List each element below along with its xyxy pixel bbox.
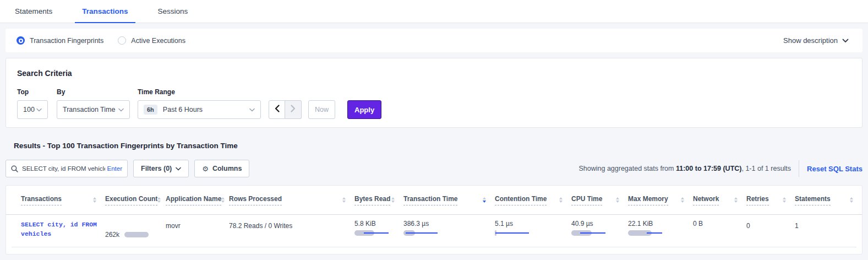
top-select[interactable]: 100 bbox=[17, 100, 48, 119]
radio-label: Transaction Fingerprints bbox=[30, 37, 103, 45]
column-header-retries[interactable]: Retries bbox=[746, 195, 795, 205]
results-search-box: Enter bbox=[6, 160, 128, 177]
sort-icon[interactable] bbox=[850, 197, 853, 203]
by-label: By bbox=[57, 88, 138, 96]
enter-hint: Enter bbox=[107, 165, 123, 172]
time-range-badge: 6h bbox=[144, 105, 157, 115]
column-header-max-memory[interactable]: Max Memory bbox=[628, 195, 693, 205]
radio-active-executions[interactable]: Active Executions bbox=[118, 36, 185, 45]
stats-summary-range: 11:00 to 17:59 (UTC) bbox=[676, 165, 741, 172]
max-memory-bar bbox=[628, 230, 662, 236]
sort-icon[interactable] bbox=[93, 197, 96, 203]
contention-time-value: 5.1 µs bbox=[495, 220, 571, 228]
sort-icon[interactable] bbox=[734, 197, 738, 203]
time-range-value: Past 6 Hours bbox=[163, 106, 203, 113]
execution-count-bar bbox=[124, 232, 149, 237]
column-header-statements[interactable]: Statements bbox=[795, 195, 862, 205]
sort-icon[interactable] bbox=[391, 197, 395, 203]
results-toolbar: Enter Filters (0) ⚙ Columns Showing aggr… bbox=[6, 160, 862, 177]
top-select-value: 100 bbox=[23, 106, 35, 113]
column-header-execution-count[interactable]: Execution Count bbox=[105, 195, 166, 205]
retries-cell: 0 bbox=[746, 220, 795, 247]
network-cell: 0 B bbox=[693, 220, 746, 247]
bytes-read-cell: 5.8 KiB bbox=[354, 220, 403, 247]
sort-icon[interactable] bbox=[221, 197, 225, 203]
column-header-application-name[interactable]: Application Name bbox=[166, 195, 229, 205]
time-range-field: Time Range 6h Past 6 Hours bbox=[138, 88, 269, 119]
tab-transactions[interactable]: Transactions bbox=[75, 7, 135, 23]
contention-time-cell: 5.1 µs bbox=[495, 220, 571, 247]
radio-transaction-fingerprints[interactable]: Transaction Fingerprints bbox=[17, 36, 103, 45]
time-range-next-button[interactable] bbox=[285, 100, 302, 119]
column-header-rows-processed[interactable]: Rows Processed bbox=[229, 195, 354, 205]
sort-icon[interactable] bbox=[681, 197, 684, 203]
filters-button[interactable]: Filters (0) bbox=[133, 160, 189, 177]
sort-icon[interactable] bbox=[342, 197, 346, 203]
caret-right-icon bbox=[291, 105, 296, 115]
show-description-toggle[interactable]: Show description bbox=[783, 36, 849, 45]
chevron-down-icon bbox=[249, 108, 255, 112]
show-description-label: Show description bbox=[783, 36, 838, 45]
top-label: Top bbox=[17, 88, 57, 96]
filters-button-label: Filters (0) bbox=[141, 165, 172, 172]
table-header-row: Transactions Execution Count Application… bbox=[6, 186, 862, 215]
column-header-cpu-time[interactable]: CPU Time bbox=[571, 195, 628, 205]
search-criteria-title: Search Criteria bbox=[17, 69, 851, 78]
divider bbox=[799, 160, 799, 177]
results-title: Results - Top 100 Transaction Fingerprin… bbox=[14, 142, 868, 150]
transaction-fingerprint-link[interactable]: SELECT city, id FROMvehicles bbox=[21, 220, 105, 239]
gear-icon: ⚙ bbox=[202, 165, 209, 173]
chevron-down-icon bbox=[118, 108, 124, 112]
rows-processed-cell: 78.2 Reads / 0 Writes bbox=[229, 220, 354, 247]
statements-cell: 1 bbox=[795, 220, 862, 247]
execution-count-cell: 262k bbox=[105, 220, 166, 247]
execution-count-value: 262k bbox=[105, 231, 119, 239]
transaction-time-cell: 386.3 µs bbox=[403, 220, 495, 247]
by-select-value: Transaction Time bbox=[63, 106, 115, 113]
sql-activity-tabbar: Statements Transactions Sessions bbox=[0, 0, 868, 23]
by-select[interactable]: Transaction Time bbox=[57, 100, 130, 119]
column-header-transactions[interactable]: Transactions bbox=[21, 195, 105, 205]
view-toggle-row: Transaction Fingerprints Active Executio… bbox=[6, 29, 862, 52]
time-range-label: Time Range bbox=[138, 88, 269, 96]
sort-icon[interactable] bbox=[559, 197, 563, 203]
tab-sessions[interactable]: Sessions bbox=[151, 7, 195, 23]
search-icon bbox=[11, 165, 18, 172]
reset-sql-stats-link[interactable]: Reset SQL Stats bbox=[807, 165, 862, 173]
application-name-cell: movr bbox=[166, 220, 229, 247]
time-range-prev-button[interactable] bbox=[269, 100, 285, 119]
transaction-cell: SELECT city, id FROMvehicles bbox=[21, 220, 105, 247]
cpu-time-bar bbox=[571, 230, 605, 236]
search-criteria-panel: Search Criteria Top 100 By Transaction T… bbox=[6, 58, 862, 128]
now-button[interactable]: Now bbox=[308, 100, 335, 119]
row-divider bbox=[12, 247, 856, 247]
radio-unselected-icon bbox=[118, 36, 126, 45]
cpu-time-cell: 40.9 µs bbox=[571, 220, 628, 247]
stats-summary: Showing aggregated stats from 11:00 to 1… bbox=[578, 165, 791, 172]
sort-icon[interactable] bbox=[783, 197, 786, 203]
sort-icon[interactable] bbox=[157, 197, 161, 203]
search-input[interactable] bbox=[22, 165, 105, 172]
caret-left-icon bbox=[275, 105, 280, 115]
sort-icon[interactable] bbox=[616, 197, 619, 203]
bytes-read-bar bbox=[354, 230, 389, 236]
column-header-contention-time[interactable]: Contention Time bbox=[495, 195, 571, 205]
time-range-select[interactable]: 6h Past 6 Hours bbox=[138, 100, 261, 119]
radio-selected-icon bbox=[17, 36, 25, 45]
max-memory-cell: 22.1 KiB bbox=[628, 220, 693, 247]
chevron-down-icon bbox=[36, 108, 42, 112]
chevron-down-icon bbox=[842, 39, 849, 43]
column-header-bytes-read[interactable]: Bytes Read bbox=[354, 195, 403, 205]
column-header-network[interactable]: Network bbox=[693, 195, 746, 205]
columns-button[interactable]: ⚙ Columns bbox=[194, 160, 249, 177]
top-field: Top 100 bbox=[17, 88, 57, 119]
transaction-time-value: 386.3 µs bbox=[403, 220, 495, 228]
sort-icon-active-desc[interactable] bbox=[483, 197, 486, 203]
time-range-arrows bbox=[269, 100, 302, 119]
apply-button[interactable]: Apply bbox=[347, 100, 381, 119]
transactions-table: Transactions Execution Count Application… bbox=[6, 185, 862, 254]
contention-time-bar bbox=[495, 230, 529, 236]
tab-statements[interactable]: Statements bbox=[8, 7, 59, 23]
column-header-transaction-time[interactable]: Transaction Time bbox=[403, 195, 495, 205]
toolbar-right: Showing aggregated stats from 11:00 to 1… bbox=[578, 160, 862, 177]
